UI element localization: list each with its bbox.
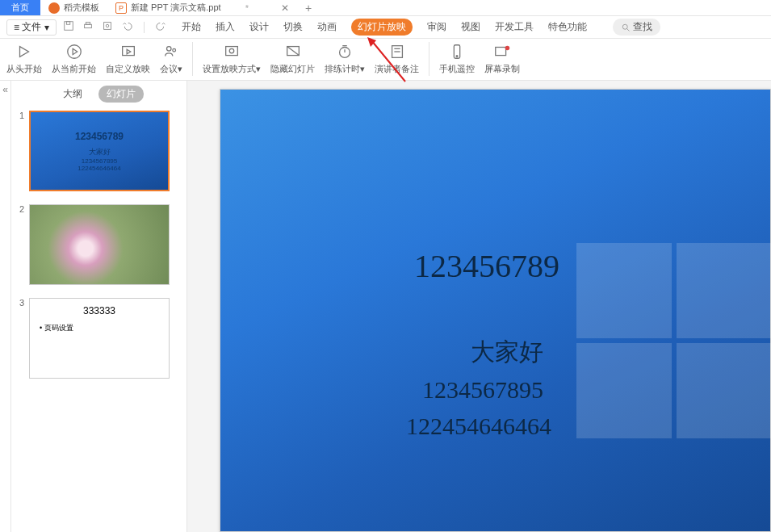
tab-outline[interactable]: 大纲 bbox=[55, 86, 90, 103]
svg-point-13 bbox=[167, 47, 172, 52]
collapse-panel-button[interactable]: « bbox=[0, 81, 11, 532]
slide-canvas[interactable]: 123456789 大家好 1234567895 122454646464 bbox=[187, 81, 771, 532]
menu-transition[interactable]: 切换 bbox=[283, 20, 303, 34]
speaker-notes-button[interactable]: 演讲者备注 bbox=[370, 42, 424, 75]
thumb-number: 1 bbox=[19, 111, 29, 191]
search-button[interactable]: 查找 bbox=[613, 19, 660, 36]
rehearse-button[interactable]: 排练计时▾ bbox=[320, 42, 370, 75]
meeting-button[interactable]: 会议▾ bbox=[155, 42, 187, 75]
menu-start[interactable]: 开始 bbox=[182, 20, 201, 34]
custom-show-button[interactable]: 自定义放映 bbox=[101, 42, 155, 75]
label: 手机遥控 bbox=[439, 63, 475, 75]
body: « 大纲 幻灯片 1 123456789 大家好 1234567895 1224… bbox=[0, 81, 771, 532]
svg-marker-12 bbox=[127, 49, 131, 54]
show-settings-button[interactable]: 设置放映方式▾ bbox=[198, 42, 266, 75]
slide-text-3[interactable]: 1234567895 bbox=[422, 376, 543, 404]
tab-label: 新建 PPT 演示文稿.ppt bbox=[131, 2, 221, 14]
thumb-row: 2 bbox=[19, 204, 178, 285]
slide-panel: 大纲 幻灯片 1 123456789 大家好 1234567895 122454… bbox=[11, 81, 187, 532]
separator bbox=[429, 42, 429, 76]
separator bbox=[144, 22, 145, 33]
svg-marker-8 bbox=[20, 47, 29, 57]
menu-slideshow[interactable]: 幻灯片放映 bbox=[351, 19, 413, 36]
document-tabbar: 首页 稻壳模板 P 新建 PPT 演示文稿.ppt * ✕ + bbox=[0, 0, 771, 16]
add-tab-icon[interactable]: + bbox=[305, 2, 312, 15]
close-icon[interactable]: ✕ bbox=[281, 2, 289, 14]
slide-text-4[interactable]: 122454646464 bbox=[406, 413, 551, 440]
thumb-row: 1 123456789 大家好 1234567895 122454646464 bbox=[19, 111, 178, 191]
custom-show-icon bbox=[119, 42, 138, 61]
tab-templates[interactable]: 稻壳模板 bbox=[40, 0, 107, 15]
svg-line-18 bbox=[287, 47, 299, 56]
view-tabs: 大纲 幻灯片 bbox=[11, 81, 186, 107]
svg-rect-2 bbox=[84, 24, 91, 27]
slide-page[interactable]: 123456789 大家好 1234567895 122454646464 bbox=[220, 89, 771, 532]
screen-record-button[interactable]: 屏幕录制 bbox=[480, 42, 525, 75]
print-preview-icon[interactable] bbox=[102, 20, 113, 34]
thumbnails[interactable]: 1 123456789 大家好 1234567895 122454646464 … bbox=[11, 107, 186, 532]
play-from-start-button[interactable]: 从头开始 bbox=[2, 42, 47, 75]
notes-icon bbox=[388, 42, 407, 61]
meeting-icon bbox=[161, 42, 181, 61]
svg-rect-0 bbox=[64, 22, 73, 31]
ribbon: 从头开始 从当前开始 自定义放映 会议▾ 设置放映方式▾ 隐藏幻灯片 排练计时▾… bbox=[0, 39, 771, 81]
menu-design[interactable]: 设计 bbox=[249, 20, 269, 34]
phone-remote-button[interactable]: 手机遥控 bbox=[434, 42, 480, 75]
hide-slide-icon bbox=[283, 42, 303, 61]
svg-rect-1 bbox=[66, 22, 69, 25]
label: 隐藏幻灯片 bbox=[270, 63, 315, 75]
tab-document[interactable]: P 新建 PPT 演示文稿.ppt * bbox=[107, 0, 257, 15]
svg-rect-15 bbox=[226, 47, 238, 56]
ppt-icon: P bbox=[115, 2, 127, 14]
search-icon bbox=[621, 23, 631, 32]
thumb-text: 122454646464 bbox=[78, 165, 120, 172]
phone-icon bbox=[447, 42, 467, 61]
settings-icon bbox=[222, 42, 241, 61]
label: 演讲者备注 bbox=[375, 63, 419, 75]
thumb-text: 333333 bbox=[40, 305, 159, 316]
menu-view[interactable]: 视图 bbox=[461, 20, 480, 34]
undo-icon[interactable] bbox=[121, 20, 132, 34]
redo-icon[interactable] bbox=[156, 20, 167, 34]
svg-point-9 bbox=[67, 45, 81, 59]
windows-logo-icon bbox=[576, 243, 771, 453]
timer-icon bbox=[335, 42, 354, 61]
label: 会议▾ bbox=[160, 63, 182, 75]
hide-slide-button[interactable]: 隐藏幻灯片 bbox=[266, 42, 320, 75]
play-from-current-button[interactable]: 从当前开始 bbox=[47, 42, 101, 75]
svg-point-19 bbox=[340, 48, 350, 58]
tab-slides[interactable]: 幻灯片 bbox=[98, 86, 144, 103]
menu-devtools[interactable]: 开发工具 bbox=[495, 20, 534, 34]
thumb-row: 3 333333 • 页码设置 bbox=[19, 298, 178, 379]
svg-line-7 bbox=[626, 28, 629, 31]
docker-icon bbox=[48, 2, 60, 14]
print-icon[interactable] bbox=[82, 20, 94, 34]
slide-thumb-1[interactable]: 123456789 大家好 1234567895 122454646464 bbox=[29, 111, 170, 191]
svg-point-6 bbox=[622, 24, 627, 29]
search-label: 查找 bbox=[633, 20, 652, 34]
play-current-icon bbox=[65, 42, 84, 61]
play-start-icon bbox=[15, 42, 34, 61]
label: 从头开始 bbox=[6, 63, 42, 75]
menu-animation[interactable]: 动画 bbox=[317, 20, 337, 34]
tab-home[interactable]: 首页 bbox=[0, 0, 40, 15]
slide-thumb-3[interactable]: 333333 • 页码设置 bbox=[29, 298, 170, 379]
slide-thumb-2[interactable] bbox=[29, 204, 170, 285]
save-icon[interactable] bbox=[63, 20, 74, 34]
thumb-text: 123456789 bbox=[75, 131, 124, 142]
thumb-text: 1234567895 bbox=[82, 157, 118, 165]
menu-review[interactable]: 审阅 bbox=[427, 20, 446, 34]
tab-label: 稻壳模板 bbox=[64, 2, 99, 14]
slide-text-2[interactable]: 大家好 bbox=[471, 336, 543, 369]
slide-text-1[interactable]: 123456789 bbox=[414, 247, 559, 285]
menu-hamburger[interactable]: ≡ 文件 ▾ bbox=[6, 19, 57, 36]
label: 自定义放映 bbox=[106, 63, 150, 75]
label: 排练计时▾ bbox=[325, 63, 365, 75]
menu-insert[interactable]: 插入 bbox=[216, 20, 235, 34]
menus: 开始 插入 设计 切换 动画 幻灯片放映 审阅 视图 开发工具 特色功能 查找 bbox=[182, 19, 660, 36]
svg-point-26 bbox=[456, 56, 458, 57]
tab-close-mark: * bbox=[245, 3, 249, 13]
menu-features[interactable]: 特色功能 bbox=[548, 20, 587, 34]
file-label: 文件 bbox=[22, 20, 41, 34]
slide-background bbox=[220, 90, 770, 531]
